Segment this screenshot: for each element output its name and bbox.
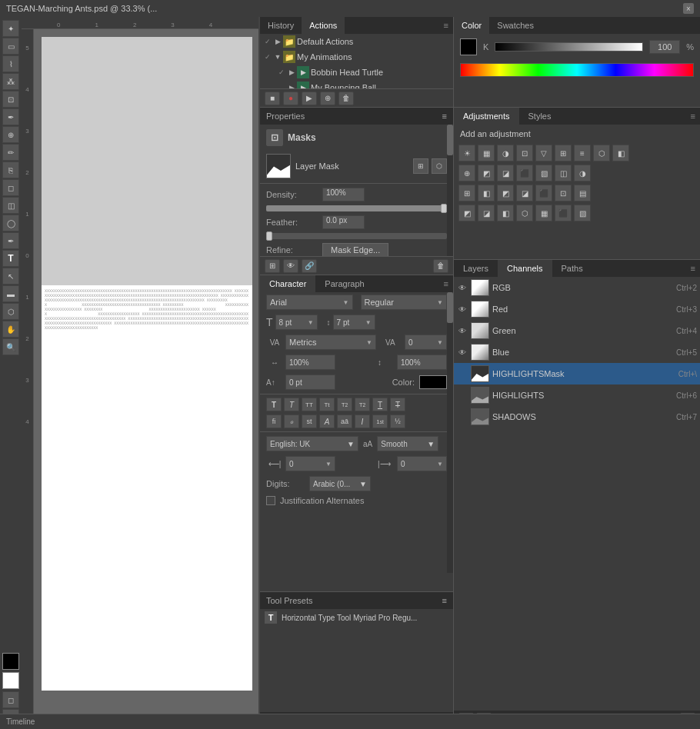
indent-left-input[interactable]: 0 ▼	[285, 456, 335, 471]
lm-tool-mask-mode[interactable]: ⊞	[413, 158, 428, 174]
tool-lasso[interactable]: ⌇	[2, 55, 19, 72]
indent-right-input[interactable]: 0 ▼	[397, 456, 447, 471]
adj-row3-6[interactable]: ⊡	[555, 185, 572, 201]
tool-heal[interactable]: ⊕	[2, 126, 19, 143]
type-regular-btn[interactable]: T	[266, 398, 282, 411]
channel-row-shadows[interactable]: SHADOWS Ctrl+7	[454, 406, 700, 428]
tool-move[interactable]: ✦	[2, 20, 19, 37]
type-italic-btn[interactable]: T	[284, 398, 299, 411]
tool-eraser[interactable]: ◻	[2, 179, 19, 196]
adj-row3-5[interactable]: ⬛	[535, 185, 552, 201]
adj-row4-6[interactable]: ⬛	[555, 205, 572, 221]
foreground-color[interactable]	[2, 653, 19, 670]
adj-exposure-btn[interactable]: ⊡	[516, 145, 533, 161]
ot-fractions-btn[interactable]: ½	[390, 414, 405, 428]
tab-paragraph[interactable]: Paragraph	[315, 275, 373, 292]
type-strikethrough-btn[interactable]: T	[390, 398, 405, 411]
adj-threshold-btn[interactable]: ▧	[535, 165, 552, 181]
adj-hue-btn[interactable]: ⊞	[555, 145, 572, 161]
adj-row4-7[interactable]: ▧	[574, 205, 591, 221]
channel-row-red[interactable]: 👁 Red Ctrl+3	[454, 298, 700, 320]
adjustments-menu[interactable]: ≡	[686, 108, 700, 125]
density-slider[interactable]	[266, 205, 447, 211]
smooth-select[interactable]: Smooth ▼	[377, 436, 438, 451]
actions-panel-menu[interactable]: ≡	[439, 17, 453, 34]
type-smallcaps-btn[interactable]: Tt	[319, 398, 335, 411]
tool-shape[interactable]: ▬	[2, 285, 19, 302]
type-underline-btn[interactable]: T	[372, 398, 388, 411]
type-superscript-btn[interactable]: T2	[337, 398, 352, 411]
ot-ordinals-btn[interactable]: 1st	[372, 414, 388, 428]
feather-value[interactable]: 0.0 px	[322, 215, 365, 229]
color-swatch-text[interactable]	[419, 375, 447, 389]
action-delete-btn[interactable]: 🗑	[338, 92, 354, 105]
tool-zoom[interactable]: 🔍	[2, 338, 19, 355]
channel-eye-rgb[interactable]: 👁	[457, 282, 468, 293]
channel-eye-shadows[interactable]	[457, 411, 468, 422]
tool-eyedropper[interactable]: ✒	[2, 108, 19, 125]
action-play-btn[interactable]: ▶	[302, 92, 317, 105]
action-new-action-btn[interactable]: ⊕	[320, 92, 335, 105]
channel-row-highlights[interactable]: HIGHLIGHTS Ctrl+6	[454, 384, 700, 406]
tool-select-rect[interactable]: ▭	[2, 38, 19, 55]
mask-edge-button[interactable]: Mask Edge...	[322, 243, 388, 257]
adj-posterize-btn[interactable]: ⬛	[516, 165, 533, 181]
ot-st-btn[interactable]: st	[302, 414, 317, 428]
channel-row-rgb[interactable]: 👁 RGB Ctrl+2	[454, 277, 700, 298]
tool-presets-menu[interactable]: ≡	[442, 596, 447, 605]
tool-crop[interactable]: ⊡	[2, 91, 19, 108]
adj-row3-4[interactable]: ◪	[516, 185, 533, 201]
tab-adjustments[interactable]: Adjustments	[454, 108, 519, 125]
ot-titling-btn[interactable]: aā	[337, 414, 352, 428]
feather-slider[interactable]	[266, 233, 447, 239]
baseline-input[interactable]: 0 pt	[285, 374, 335, 390]
channel-row-blue[interactable]: 👁 Blue Ctrl+5	[454, 341, 700, 363]
props-add-mask-btn[interactable]: ⊞	[265, 259, 280, 273]
ot-contextual-btn[interactable]: I	[355, 414, 370, 428]
tool-gradient[interactable]: ◫	[2, 197, 19, 214]
adj-selectivecolor-btn[interactable]: ◑	[574, 165, 591, 181]
adj-row4-3[interactable]: ◧	[497, 205, 514, 221]
color-gradient-bar[interactable]	[460, 63, 694, 77]
tab-layers[interactable]: Layers	[454, 260, 498, 277]
density-value[interactable]: 100%	[322, 188, 365, 201]
tab-styles[interactable]: Styles	[519, 108, 561, 125]
properties-scrollbar[interactable]	[447, 125, 453, 256]
channel-eye-highlights[interactable]	[457, 390, 468, 401]
tool-path-select[interactable]: ↖	[2, 268, 19, 285]
adj-row4-4[interactable]: ⬡	[516, 205, 533, 221]
tool-standard-mode[interactable]: ◻	[2, 691, 19, 708]
props-link-btn[interactable]: 🔗	[302, 259, 317, 273]
canvas-main[interactable]: XXXXXXXXXXXXXXXXXXXXXXXXXXXXXXXXXXXXXXXX…	[34, 29, 260, 714]
adj-channelmixer-btn[interactable]: ⊕	[458, 165, 475, 181]
adj-row3-7[interactable]: ▤	[574, 185, 591, 201]
adj-invert-btn[interactable]: ◪	[497, 165, 514, 181]
adj-photofilter-btn[interactable]: ◧	[612, 145, 629, 161]
action-item-bobbin[interactable]: ✓ ▶ ▶ Bobbin Head Turtle	[260, 65, 453, 80]
channel-eye-green[interactable]: 👁	[457, 325, 468, 336]
lm-tool-refine[interactable]: ⬡	[432, 158, 447, 174]
tab-paths[interactable]: Paths	[552, 260, 592, 277]
adj-row4-2[interactable]: ◪	[478, 205, 495, 221]
channel-row-highlightsmask[interactable]: HIGHLIGHTSMask Ctrl+\	[454, 363, 700, 384]
character-panel-menu[interactable]: ≡	[439, 275, 453, 292]
font-style-select[interactable]: Regular ▼	[361, 295, 448, 310]
tool-hand[interactable]: ✋	[2, 321, 19, 338]
action-item-my-animations[interactable]: ✓ ▼ 📁 My Animations	[260, 49, 453, 65]
scale-h-input[interactable]: 100%	[285, 355, 335, 370]
tool-dodge[interactable]: ◯	[2, 215, 19, 231]
tool-pen[interactable]: ✒	[2, 232, 19, 249]
adj-row4-1[interactable]: ◩	[458, 205, 475, 221]
language-select[interactable]: English: UK ▼	[266, 436, 358, 451]
justification-checkbox[interactable]	[266, 496, 275, 505]
tab-actions[interactable]: Actions	[302, 17, 345, 34]
tab-swatches[interactable]: Swatches	[489, 17, 542, 34]
kerning-input[interactable]: 0 ▼	[405, 335, 447, 350]
color-slider[interactable]	[495, 42, 643, 52]
tool-brush[interactable]: ✏	[2, 144, 19, 161]
action-stop-btn[interactable]: ■	[265, 92, 280, 105]
color-value[interactable]: 100	[649, 40, 680, 54]
tracking-select[interactable]: Metrics ▼	[285, 335, 376, 350]
layers-menu[interactable]: ≡	[686, 260, 700, 277]
channel-eye-highlightsmask[interactable]	[457, 368, 468, 379]
